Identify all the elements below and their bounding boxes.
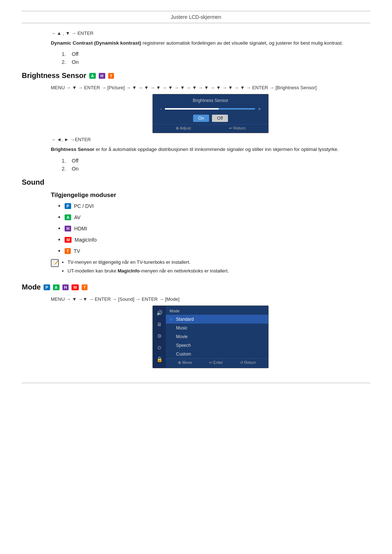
mode-icon-5: 🔒 <box>155 355 163 363</box>
mode-bullets: • P PC / DVI • A AV • H HDMI • M Mag <box>58 202 370 255</box>
brightness-sensor-content: MENU → ▼ → ENTER → [Picture] → ▼ → ▼ → ▼… <box>51 85 370 171</box>
mode-badge-m: M <box>72 284 78 290</box>
brightness-sensor-screen: Brightness Sensor - + On Off ⊕ Adjust ↩ … <box>152 94 269 133</box>
mode-badge-a: A <box>53 284 60 290</box>
mode-hdmi-label: HDMI <box>74 226 87 231</box>
mode-item-music[interactable]: Music <box>166 324 268 332</box>
nav-instruction-block-1: → ▲ , ▼ → ENTER Dynamic Contrast (Dynami… <box>51 30 370 65</box>
mode-pc-dvi-label: PC / DVI <box>74 203 94 209</box>
nav-instruction-2: → ◄, ► →ENTER <box>51 137 370 142</box>
brightness-sensor-section: Brightness Sensor A H T MENU → ▼ → ENTER… <box>22 71 370 171</box>
bullet-dot-1: • <box>58 202 60 210</box>
note-content: TV-menyen er tilgjengelig når en TV-tune… <box>62 259 229 277</box>
slider-track <box>165 108 255 110</box>
mode-magicinfo-label: MagicInfo <box>74 237 97 243</box>
sound-content: Tilgjengelige moduser • P PC / DVI • A A… <box>51 192 370 277</box>
sound-section: Sound Tilgjengelige moduser • P PC / DVI… <box>22 178 370 277</box>
mode-icon-1: 🔊 <box>155 309 163 317</box>
dc-item-2: 2. On <box>62 59 370 65</box>
brightness-sensor-desc-text: er for å automatisk oppdage distribusjon… <box>96 147 339 152</box>
mode-badge-p: P <box>44 284 50 290</box>
note-magicinfo-bold: MagicInfo <box>118 268 140 274</box>
sensor-btn-on[interactable]: On <box>193 115 209 122</box>
mode-hdmi: • H HDMI <box>58 225 370 233</box>
sensor-btn-row: On Off <box>153 115 268 122</box>
mode-magicinfo: • M MagicInfo <box>58 236 370 244</box>
mode-item-custom[interactable]: Custom <box>166 350 268 358</box>
mode-label-standard: Standard <box>176 317 194 322</box>
brightness-sensor-desc: Brightness Sensor er for å automatisk op… <box>51 146 370 153</box>
mode-av: • A AV <box>58 214 370 221</box>
mode-section: Mode P A H M T MENU → ▼ →▼ → ENTER → [So… <box>22 283 370 368</box>
mode-pc-dvi: • P PC / DVI <box>58 202 370 210</box>
sensor-screen-title: Brightness Sensor <box>153 98 268 103</box>
mode-screen-footer: ⊕ Move ↩ Enter ↺ Return <box>166 358 268 366</box>
note-item-2: UT-modellen kan bruke MagicInfo-menyen n… <box>68 267 229 275</box>
mode-item-speech[interactable]: Speech <box>166 341 268 350</box>
sensor-screen-footer: ⊕ Adjust ↩ Return <box>153 124 268 131</box>
dynamic-contrast-text: registrerer automatisk fordelingen av de… <box>143 40 343 46</box>
mode-footer-enter: ↩ Enter <box>209 360 223 365</box>
badge-t-1: T <box>65 248 71 254</box>
mode-left-icons: 🔊 🖥 ⚙ ⊙ 🔒 <box>153 306 166 368</box>
mode-tv-label: TV <box>74 248 80 254</box>
mode-badge-h: H <box>62 284 69 290</box>
top-rule <box>22 11 370 11</box>
bs-item-2: 2. On <box>62 166 370 172</box>
badge-m-1: M <box>65 237 72 243</box>
mode-heading-label: Mode <box>22 283 41 291</box>
sensor-footer-adjust: ⊕ Adjust <box>176 126 191 131</box>
mode-label-music: Music <box>176 325 187 331</box>
bullet-dot-2: • <box>58 214 60 221</box>
mode-tv: • T TV <box>58 247 370 255</box>
bottom-rule <box>22 383 370 383</box>
mode-right-panel: Mode ✓ Standard Music Movie <box>166 306 268 368</box>
dc-num-2: 2. <box>62 59 69 65</box>
mode-item-movie[interactable]: Movie <box>166 332 268 341</box>
mode-screen: 🔊 🖥 ⚙ ⊙ 🔒 Mode ✓ Standard Music <box>152 305 269 368</box>
dc-num-1: 1. <box>62 51 69 57</box>
badge-h-1: H <box>65 226 71 231</box>
bs-num-2: 2. <box>62 166 69 172</box>
badge-a-1: A <box>65 214 71 220</box>
sensor-footer-return: ↩ Return <box>229 126 245 131</box>
bs-num-1: 1. <box>62 158 69 164</box>
slider-minus: - <box>160 106 162 112</box>
badge-t: T <box>108 73 114 79</box>
nav-instruction-1: → ▲ , ▼ → ENTER <box>51 30 370 36</box>
mode-label-movie: Movie <box>176 334 188 339</box>
badge-a: A <box>89 73 96 79</box>
available-modes-heading: Tilgjengelige moduser <box>51 192 370 199</box>
mode-badge-t: T <box>82 284 88 290</box>
sensor-slider-row: - + <box>153 106 268 112</box>
mode-footer-return: ↺ Return <box>240 360 256 365</box>
page-title: Justere LCD-skjermen <box>22 14 370 23</box>
brightness-sensor-desc-bold: Brightness Sensor <box>51 147 94 152</box>
mode-content: MENU → ▼ →▼ → ENTER → [Sound] → ENTER → … <box>51 296 370 368</box>
mode-label-custom: Custom <box>176 352 191 357</box>
note-list: TV-menyen er tilgjengelig når en TV-tune… <box>62 259 229 275</box>
page-container: Justere LCD-skjermen → ▲ , ▼ → ENTER Dyn… <box>0 0 392 394</box>
brightness-sensor-menu-path: MENU → ▼ → ENTER → [Picture] → ▼ → ▼ → ▼… <box>51 85 370 90</box>
mode-icon-4: ⊙ <box>155 344 163 352</box>
note-icon: 📝 <box>51 259 59 267</box>
mode-section-heading: Mode P A H M T <box>22 283 370 291</box>
note-item-1: TV-menyen er tilgjengelig når en TV-tune… <box>68 259 229 266</box>
mode-av-label: AV <box>74 214 81 220</box>
mode-check-standard: ✓ <box>170 317 174 322</box>
bullet-dot-3: • <box>58 225 60 233</box>
badge-h: H <box>99 73 105 79</box>
brightness-sensor-heading: Brightness Sensor A H T <box>22 71 370 80</box>
mode-item-standard[interactable]: ✓ Standard <box>166 315 268 324</box>
dynamic-contrast-desc: Dynamic Contrast (Dynamisk kontrast) reg… <box>51 40 370 47</box>
mode-screen-title: Mode <box>166 307 268 315</box>
slider-plus: + <box>258 106 261 112</box>
bullet-dot-4: • <box>58 236 60 244</box>
note-block: 📝 TV-menyen er tilgjengelig når en TV-tu… <box>51 259 370 277</box>
sensor-btn-off[interactable]: Off <box>212 115 228 122</box>
mode-menu-path: MENU → ▼ →▼ → ENTER → [Sound] → ENTER → … <box>51 296 370 302</box>
sound-heading: Sound <box>22 178 370 186</box>
mode-icon-3: ⚙ <box>155 332 163 340</box>
mode-label-speech: Speech <box>176 343 191 348</box>
mode-footer-move: ⊕ Move <box>178 360 192 365</box>
